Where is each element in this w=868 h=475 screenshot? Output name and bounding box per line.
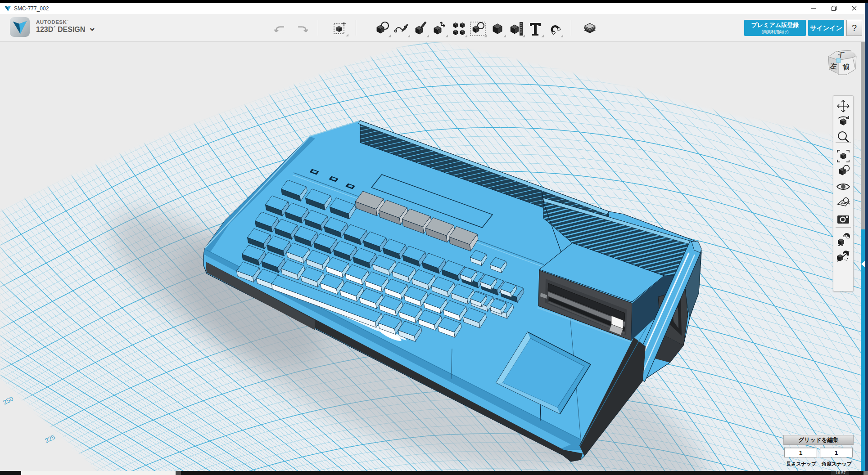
svg-text:左: 左: [829, 62, 837, 70]
svg-text:前: 前: [842, 63, 850, 72]
svg-text:上: 上: [837, 50, 845, 59]
